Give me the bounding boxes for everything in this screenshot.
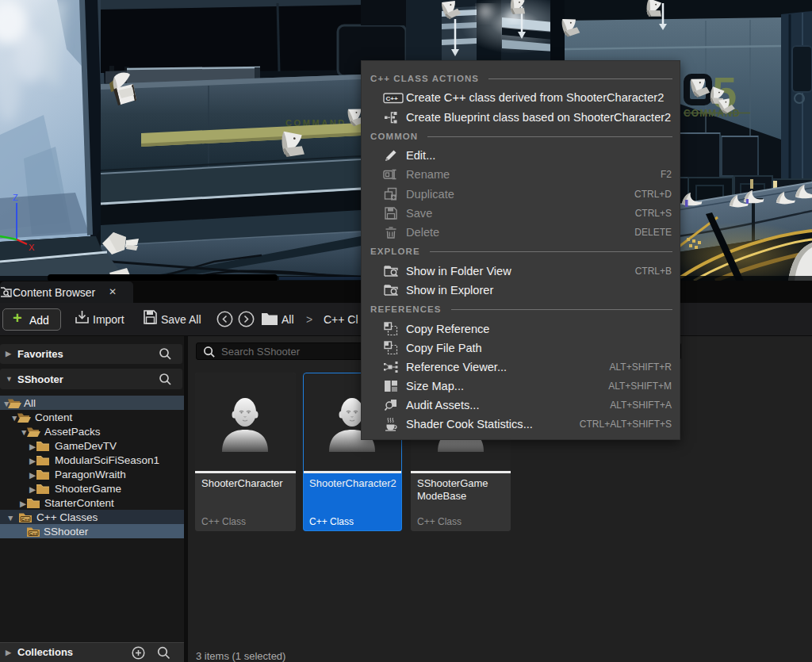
svg-text:C++: C++ bbox=[386, 95, 398, 102]
svg-text:Z: Z bbox=[13, 193, 18, 202]
svg-text:X: X bbox=[29, 243, 35, 252]
